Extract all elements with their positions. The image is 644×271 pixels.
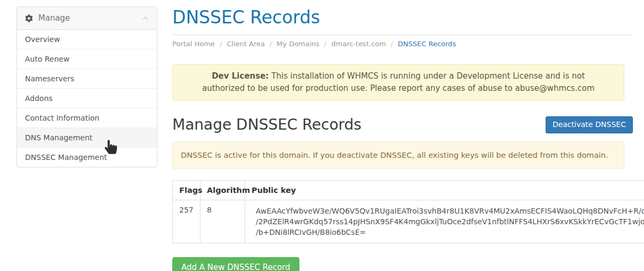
- sidebar-item-auto-renew[interactable]: Auto Renew: [17, 49, 157, 69]
- dev-license-label: Dev License:: [212, 71, 269, 81]
- add-dnssec-record-button[interactable]: Add A New DNSSEC Record: [172, 257, 299, 271]
- manage-section-header: Manage DNSSEC Records Deactivate DNSSEC: [172, 116, 633, 133]
- page-title: DNSSEC Records: [172, 6, 633, 35]
- breadcrumb: Portal Home / Client Area / My Domains /…: [172, 40, 633, 48]
- sidebar-item-dnssec-management[interactable]: DNSSEC Management: [17, 148, 157, 167]
- breadcrumb-domain[interactable]: dmarc-test.com: [331, 40, 386, 48]
- breadcrumb-dnssec-records: DNSSEC Records: [398, 40, 456, 48]
- section-title: Manage DNSSEC Records: [172, 116, 362, 133]
- cell-public-key: AwEAAcYfwbveW3e/WQ6V5Qv1RUgaIEATroi3svhB…: [245, 200, 644, 243]
- cell-flags: 257: [173, 200, 200, 243]
- breadcrumb-separator: /: [391, 40, 393, 48]
- manage-sidebar-panel: Manage Overview Auto Renew Nameservers A…: [16, 6, 157, 167]
- public-key-line: AwEAAcYfwbveW3e/WQ6V5Qv1RUgaIEATroi3svhB…: [256, 206, 644, 216]
- deactivate-dnssec-button[interactable]: Deactivate DNSSEC: [546, 116, 633, 133]
- breadcrumb-separator: /: [270, 40, 272, 48]
- table-header-row: Flags Algorithm Public key: [173, 180, 644, 200]
- breadcrumb-separator: /: [220, 40, 222, 48]
- dev-license-notice: Dev License:This installation of WHMCS i…: [172, 64, 624, 101]
- sidebar-item-overview[interactable]: Overview: [17, 30, 157, 49]
- chevron-up-icon: [142, 15, 149, 22]
- breadcrumb-portal-home[interactable]: Portal Home: [172, 40, 215, 48]
- dnssec-active-alert: DNSSEC is active for this domain. If you…: [172, 141, 624, 169]
- sidebar-title: Manage: [38, 13, 70, 23]
- sidebar-item-nameservers[interactable]: Nameservers: [17, 69, 157, 89]
- public-key-line: /b+DNi8lRCIvGH/B8io6bCsE=: [256, 227, 644, 238]
- column-header-flags: Flags: [173, 180, 200, 200]
- gear-icon: [25, 14, 33, 22]
- cell-algorithm: 8: [200, 200, 245, 243]
- sidebar-header-manage[interactable]: Manage: [17, 7, 157, 30]
- table-row: 257 8 AwEAAcYfwbveW3e/WQ6V5Qv1RUgaIEATro…: [173, 200, 644, 243]
- sidebar-item-addons[interactable]: Addons: [17, 89, 157, 108]
- breadcrumb-my-domains[interactable]: My Domains: [277, 40, 319, 48]
- sidebar-item-contact-information[interactable]: Contact Information: [17, 108, 157, 128]
- main-content: DNSSEC Records Portal Home / Client Area…: [172, 6, 633, 271]
- public-key-line: /2PdZElR4wrGKdq57rss14pJHSnX9SF4K4mgGkxl…: [256, 216, 644, 227]
- dnssec-records-table: Flags Algorithm Public key 257 8 AwEAAcY…: [172, 180, 644, 243]
- breadcrumb-client-area[interactable]: Client Area: [227, 40, 265, 48]
- column-header-algorithm: Algorithm: [200, 180, 245, 200]
- breadcrumb-separator: /: [324, 40, 327, 48]
- column-header-public-key: Public key: [245, 180, 644, 200]
- page-layout: Manage Overview Auto Renew Nameservers A…: [0, 0, 644, 271]
- sidebar-item-dns-management[interactable]: DNS Management: [17, 128, 157, 148]
